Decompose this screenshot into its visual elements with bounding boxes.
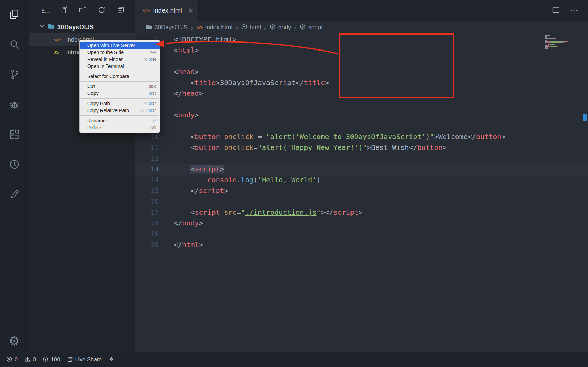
activity-pen-button[interactable]	[0, 180, 29, 210]
code-line[interactable]: 15 </script>	[135, 185, 588, 196]
tab-index-html[interactable]: </> index.html ×	[135, 0, 199, 21]
menu-item-rename[interactable]: Rename↵	[80, 117, 160, 124]
code-line[interactable]: 18</body>	[135, 218, 588, 229]
status-0[interactable]: 0	[24, 356, 36, 364]
menu-item-copy[interactable]: Copy⌘C	[80, 90, 160, 97]
code-line[interactable]: 13 <script>	[135, 164, 588, 175]
info-circle-icon	[43, 356, 48, 364]
more-actions-icon[interactable]: ⋯	[570, 6, 579, 15]
code-content: <body>	[174, 110, 199, 121]
activity-extensions-button[interactable]	[0, 120, 29, 150]
folder-icon	[48, 23, 54, 31]
tab-label: index.html	[153, 7, 182, 14]
folder-row-root[interactable]: 30DaysOfJS	[29, 21, 135, 33]
code-content: </script>	[174, 185, 228, 196]
menu-item-shortcut: ⌥⌘C	[143, 101, 156, 106]
line-number: 17	[135, 207, 174, 218]
breadcrumb: 30DaysOfJS›</>index.html›html›body›scrip…	[135, 21, 588, 34]
minimap[interactable]	[545, 35, 580, 49]
activity-search-button[interactable]	[0, 30, 29, 60]
menu-item-copy-path[interactable]: Copy Path⌥⌘C	[80, 100, 160, 107]
new-folder-icon[interactable]	[78, 6, 86, 15]
overview-ruler-marker	[583, 114, 587, 121]
menu-item-label: Select for Compare	[87, 74, 156, 79]
status-live-share[interactable]: Live Share	[67, 356, 102, 364]
code-line[interactable]: 17 <script src="./introduction.js"></scr…	[135, 207, 588, 218]
cube-icon	[270, 24, 276, 32]
explorer-header-actions	[59, 6, 125, 15]
menu-separator	[80, 71, 159, 71]
context-menu: Open with Live ServerOpen to the Side^↵R…	[79, 40, 160, 133]
status-label: Live Share	[75, 357, 102, 363]
activity-debug-button[interactable]	[0, 90, 29, 120]
menu-item-label: Open to the Side	[87, 49, 150, 55]
code-content: console.log('Hello, World')	[174, 175, 321, 185]
explorer-header: E…	[29, 0, 135, 21]
menu-item-cut[interactable]: Cut⌘X	[80, 83, 160, 90]
menu-item-label: Delete	[87, 125, 150, 130]
menu-item-select-for-compare[interactable]: Select for Compare	[80, 73, 160, 80]
code-content: <html>	[174, 45, 199, 56]
activity-explorer-button[interactable]	[0, 0, 29, 30]
tab-bar: </> index.html × ⋯	[135, 0, 588, 21]
code-content: <head>	[174, 67, 199, 77]
menu-item-copy-relative-path[interactable]: Copy Relative Path⌥⇧⌘C	[80, 107, 160, 114]
split-editor-icon[interactable]	[552, 6, 560, 15]
status-0[interactable]: 0	[6, 356, 18, 364]
minimap-line	[545, 48, 580, 49]
indent-guide	[183, 68, 183, 218]
menu-item-reveal-in-finder[interactable]: Reveal in Finder⌥⌘R	[80, 56, 160, 63]
editor-actions: ⋯	[552, 0, 588, 21]
menu-item-label: Copy Relative Path	[87, 108, 140, 113]
code-line[interactable]: 12	[135, 153, 588, 164]
code-line[interactable]: 19	[135, 229, 588, 239]
code-content: <!DOCTYPE html>	[174, 34, 237, 45]
menu-item-open-in-terminal[interactable]: Open in Terminal	[80, 63, 160, 70]
code-line[interactable]: 16	[135, 196, 588, 207]
breadcrumb-label: script	[308, 24, 323, 31]
code-line[interactable]: 14 console.log('Hello, World')	[135, 175, 588, 185]
code-line[interactable]: 11 <button onclick="alert('Happy New Yea…	[135, 142, 588, 153]
menu-item-label: Reveal in Finder	[87, 56, 143, 62]
new-file-icon[interactable]	[59, 6, 67, 15]
warning-triangle-icon	[24, 356, 30, 364]
code-line[interactable]: 20</html>	[135, 239, 588, 250]
menu-item-delete[interactable]: Delete⌫	[80, 124, 160, 131]
breadcrumb-label: index.html	[205, 24, 232, 31]
code-line[interactable]: 9	[135, 121, 588, 131]
menu-item-shortcut: ⌘C	[149, 91, 156, 96]
breadcrumb-index-html[interactable]: </>index.html	[196, 24, 232, 31]
status-100[interactable]: 100	[43, 356, 60, 364]
breadcrumb-separator: ›	[291, 24, 300, 32]
line-number: 18	[135, 218, 174, 229]
collapse-all-icon[interactable]	[117, 6, 125, 15]
status-label: 100	[51, 357, 60, 363]
menu-item-label: Copy	[87, 91, 149, 96]
vscode-window: ⚙ E… 30DaysOfJS </>index.htmlJSintroduct…	[0, 0, 588, 367]
html-file-icon: </>	[54, 37, 63, 42]
menu-item-open-with-live-server[interactable]: Open with Live Server	[80, 42, 160, 49]
breadcrumb-html[interactable]: html	[241, 24, 261, 32]
activity-clock-button[interactable]	[0, 150, 29, 180]
menu-item-shortcut: ^↵	[150, 50, 156, 55]
code-line[interactable]: 8<body>	[135, 110, 588, 121]
live-share-icon	[67, 356, 73, 364]
close-icon[interactable]: ×	[189, 7, 193, 14]
code-content: </body>	[174, 218, 203, 229]
menu-item-label: Rename	[87, 118, 152, 123]
menu-item-open-to-the-side[interactable]: Open to the Side^↵	[80, 49, 160, 56]
cube-icon	[241, 24, 247, 32]
refresh-icon[interactable]	[98, 6, 106, 15]
status-lightning[interactable]	[108, 356, 114, 364]
breadcrumb-30daysofjs[interactable]: 30DaysOfJS	[146, 24, 188, 32]
code-content: <button onclick = "alert('Welcome to 30D…	[174, 131, 505, 142]
code-line[interactable]: 7	[135, 99, 588, 110]
settings-gear-icon[interactable]: ⚙	[9, 335, 20, 347]
menu-item-shortcut: ⌫	[150, 125, 156, 130]
breadcrumb-body[interactable]: body	[270, 24, 291, 32]
breadcrumb-label: html	[250, 24, 261, 31]
activity-source-control-button[interactable]	[0, 60, 29, 90]
code-line[interactable]: 10 <button onclick = "alert('Welcome to …	[135, 131, 588, 142]
breadcrumb-script[interactable]: script	[300, 24, 323, 32]
root-folder-label: 30DaysOfJS	[57, 24, 94, 31]
